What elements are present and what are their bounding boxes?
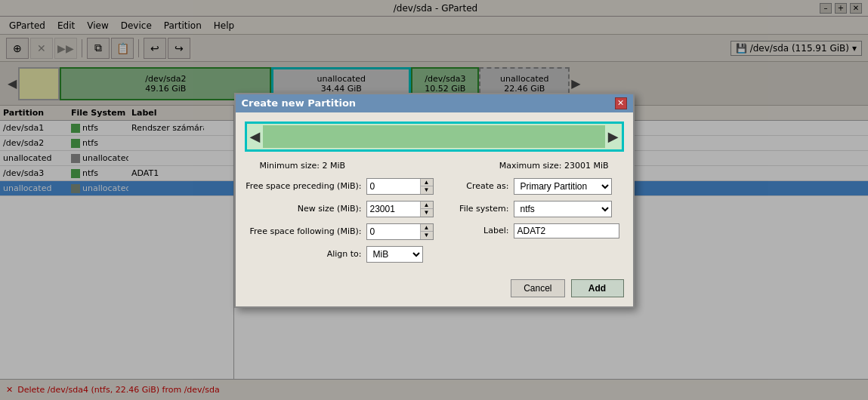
create-as-select[interactable]: Primary Partition Extended Partition Log… [514, 178, 612, 195]
size-info: Minimum size: 2 MiB Maximum size: 23001 … [245, 161, 624, 171]
min-size-label: Minimum size: 2 MiB [260, 161, 346, 171]
label-row: Label: [449, 223, 624, 238]
dialog-title: Create new Partition [242, 97, 357, 109]
add-button[interactable]: Add [571, 279, 624, 297]
free-preceding-label: Free space preceding (MiB): [245, 181, 362, 191]
align-row: Align to: MiB Cylinder None [245, 246, 434, 263]
new-size-spinbox[interactable]: ▲ ▼ [366, 201, 434, 217]
align-label: Align to: [245, 249, 362, 259]
dialog-titlebar: Create new Partition ✕ [236, 94, 633, 112]
filesystem-row: File system: ntfs ext4 ext3 fat32 btrfs … [449, 201, 624, 217]
dialog-right-arrow[interactable]: ▶ [608, 128, 619, 144]
dialog-close-button[interactable]: ✕ [615, 97, 627, 109]
free-following-spinbox[interactable]: ▲ ▼ [366, 223, 434, 240]
new-size-row: New size (MiB): ▲ ▼ [245, 201, 434, 217]
dialog-body: ◀ ▶ Minimum size: 2 MiB Maximum size: 23… [236, 112, 633, 306]
create-as-row: Create as: Primary Partition Extended Pa… [449, 178, 624, 195]
align-select[interactable]: MiB Cylinder None [366, 246, 423, 263]
dialog-buttons: Cancel Add [245, 279, 624, 297]
spin-up-btn[interactable]: ▲ [421, 224, 433, 232]
spin-down-btn[interactable]: ▼ [421, 232, 433, 239]
free-preceding-spinbox[interactable]: ▲ ▼ [366, 178, 434, 195]
create-as-label: Create as: [449, 181, 509, 191]
spin-down-btn[interactable]: ▼ [421, 186, 433, 194]
filesystem-label: File system: [449, 204, 509, 214]
free-following-input[interactable] [367, 225, 420, 238]
create-partition-dialog: Create new Partition ✕ ◀ ▶ Minimum size:… [234, 93, 635, 308]
dialog-left-arrow[interactable]: ◀ [250, 128, 261, 144]
max-size-label: Maximum size: 23001 MiB [499, 161, 609, 171]
dialog-partition-bar [263, 125, 604, 148]
free-preceding-input[interactable] [367, 180, 420, 193]
spin-up-btn[interactable]: ▲ [421, 179, 433, 186]
spin-buttons: ▲ ▼ [420, 224, 433, 239]
spin-down-btn[interactable]: ▼ [421, 209, 433, 217]
new-size-input[interactable] [367, 202, 420, 216]
free-following-row: Free space following (MiB): ▲ ▼ [245, 223, 434, 240]
label-label: Label: [449, 226, 509, 235]
dialog-overlay: Create new Partition ✕ ◀ ▶ Minimum size:… [0, 0, 868, 400]
cancel-button[interactable]: Cancel [511, 279, 564, 297]
form-left: Free space preceding (MiB): ▲ ▼ New size… [245, 178, 434, 269]
spin-buttons: ▲ ▼ [420, 202, 433, 217]
spin-up-btn[interactable]: ▲ [421, 202, 433, 209]
new-size-label: New size (MiB): [245, 204, 362, 214]
form-right: Create as: Primary Partition Extended Pa… [449, 178, 624, 269]
free-following-label: Free space following (MiB): [245, 226, 362, 236]
spin-buttons: ▲ ▼ [420, 179, 433, 194]
filesystem-select[interactable]: ntfs ext4 ext3 fat32 btrfs xfs swap unfo… [514, 201, 612, 217]
form-section: Free space preceding (MiB): ▲ ▼ New size… [245, 178, 624, 269]
label-input[interactable] [514, 223, 619, 238]
dialog-partition-visual: ◀ ▶ [245, 122, 624, 152]
free-preceding-row: Free space preceding (MiB): ▲ ▼ [245, 178, 434, 195]
